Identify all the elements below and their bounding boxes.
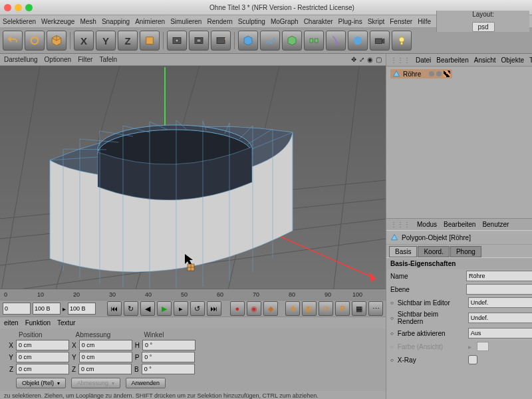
nurbs-icon[interactable]: [282, 31, 302, 51]
ang-h-field[interactable]: 0 °: [142, 340, 196, 350]
cube-icon[interactable]: [47, 31, 66, 51]
render-visibility-field[interactable]: Undef.: [468, 313, 532, 323]
render-region-icon[interactable]: [189, 31, 209, 51]
spline-icon[interactable]: [260, 31, 280, 51]
attr-tab[interactable]: Benutzer: [482, 221, 509, 228]
object-tree-item[interactable]: Röhre: [390, 69, 452, 78]
move-icon[interactable]: ✥: [285, 301, 300, 316]
scale-icon[interactable]: ◧: [302, 301, 317, 316]
rotate-icon[interactable]: ◉: [367, 56, 373, 63]
layout-select[interactable]: psd: [472, 22, 495, 32]
autokey-icon[interactable]: ◉: [247, 301, 261, 316]
tab-item[interactable]: Funktion: [25, 319, 51, 327]
object-tree[interactable]: Röhre: [386, 66, 532, 218]
rotate-icon[interactable]: ⟳: [319, 301, 333, 316]
apply-button[interactable]: Anwenden: [126, 378, 166, 388]
primitive-cube-icon[interactable]: [238, 31, 258, 51]
menu-item[interactable]: Charakter: [304, 18, 333, 25]
minimize-icon[interactable]: [15, 4, 22, 11]
maximize-icon[interactable]: ▢: [376, 56, 382, 63]
menu-item[interactable]: MoGraph: [271, 18, 299, 25]
subbar-item[interactable]: Optionen: [45, 56, 72, 63]
subbar-item[interactable]: Tafeln: [99, 56, 117, 63]
layer-field[interactable]: [466, 284, 532, 295]
menu-item[interactable]: Hilfe: [418, 18, 431, 25]
xray-checkbox[interactable]: [468, 355, 477, 364]
pos-y-field[interactable]: 0 cm: [16, 352, 69, 362]
goto-end-icon[interactable]: ⏭: [207, 301, 221, 316]
menu-item[interactable]: Snapping: [102, 18, 130, 25]
menu-item[interactable]: Mesh: [80, 18, 96, 25]
ang-p-field[interactable]: 0 °: [142, 352, 195, 362]
dim-z-field[interactable]: 0 cm: [78, 364, 132, 374]
timeline-ruler[interactable]: 0 10 20 30 40 50 60 70 80 90 100: [0, 289, 386, 300]
startframe-field[interactable]: [3, 303, 31, 315]
obj-menu-item[interactable]: Objekte: [501, 57, 524, 64]
camera-icon[interactable]: [370, 31, 390, 51]
pointlevel-icon[interactable]: ▦: [352, 301, 366, 316]
tab-item[interactable]: Textur: [57, 319, 75, 327]
visibility-dot-icon[interactable]: [429, 71, 434, 76]
ang-b-field[interactable]: 0 °: [142, 364, 195, 374]
axis-z-icon[interactable]: Z: [118, 31, 138, 51]
key-icon[interactable]: ◆: [263, 301, 278, 316]
light-icon[interactable]: [392, 31, 412, 51]
step-fwd-icon[interactable]: ▸: [174, 301, 188, 316]
render-settings-icon[interactable]: [211, 31, 231, 51]
menu-item[interactable]: Werkzeuge: [41, 18, 74, 25]
dim-y-field[interactable]: 0 cm: [79, 352, 132, 362]
render-icon[interactable]: [167, 31, 187, 51]
pos-z-field[interactable]: 0 cm: [16, 364, 69, 374]
tab-item[interactable]: eiten: [4, 319, 19, 327]
play-rev-icon[interactable]: ◀: [140, 301, 155, 316]
obj-menu-item[interactable]: Bearbeiten: [436, 57, 468, 64]
dim-x-field[interactable]: 0 cm: [79, 340, 132, 350]
menu-item[interactable]: Sculpting: [238, 18, 265, 25]
obj-menu-item[interactable]: Ansicht: [474, 57, 496, 64]
menu-item[interactable]: Plug-ins: [338, 18, 362, 25]
object-rel-button[interactable]: Objekt (Rel) ▾: [16, 378, 66, 388]
play-icon[interactable]: ▶: [157, 301, 172, 316]
axis-x-icon[interactable]: X: [74, 31, 94, 51]
attr-tab[interactable]: Modus: [417, 221, 437, 228]
prop-tab-koord[interactable]: Koord.: [418, 246, 449, 257]
viewport[interactable]: [0, 66, 386, 289]
menu-item[interactable]: Rendern: [207, 18, 232, 25]
dimension-button[interactable]: Abmessung ▾: [71, 378, 120, 388]
loop-icon[interactable]: ↻: [124, 301, 138, 316]
color-activate-field[interactable]: Aus: [468, 328, 532, 338]
obj-menu-item[interactable]: Tag: [529, 57, 532, 64]
axis-y-icon[interactable]: Y: [96, 31, 116, 51]
menu-item[interactable]: Fenster: [390, 18, 412, 25]
zoom-icon[interactable]: ⤢: [359, 56, 364, 63]
attr-tab[interactable]: Bearbeiten: [444, 221, 475, 228]
visibility-dot-icon[interactable]: [436, 71, 442, 76]
menu-item[interactable]: Skript: [368, 18, 385, 25]
chevron-right-icon[interactable]: ▸: [468, 343, 471, 350]
prop-tab-phong[interactable]: Phong: [450, 246, 481, 257]
curframe-field[interactable]: [68, 303, 96, 315]
pan-icon[interactable]: ✥: [351, 56, 356, 63]
menu-item[interactable]: Animieren: [135, 18, 165, 25]
world-icon[interactable]: [140, 31, 160, 51]
undo-icon[interactable]: [3, 31, 23, 51]
menu-item[interactable]: Simulieren: [170, 18, 201, 25]
misc-icon[interactable]: ⋯: [368, 301, 383, 316]
goto-start-icon[interactable]: ⏮: [107, 301, 122, 316]
subbar-item[interactable]: Filter: [78, 56, 92, 63]
midframe-field[interactable]: [33, 303, 61, 315]
subbar-item[interactable]: Darstellung: [4, 56, 38, 63]
color-swatch[interactable]: [477, 342, 489, 351]
phong-tag-icon[interactable]: [444, 70, 450, 77]
menu-item[interactable]: Selektieren: [3, 18, 36, 25]
redo-icon[interactable]: [25, 31, 45, 51]
deformer-icon[interactable]: [326, 31, 346, 51]
param-icon[interactable]: P: [335, 301, 350, 316]
pos-x-field[interactable]: 0 cm: [16, 340, 69, 350]
close-icon[interactable]: [4, 4, 11, 11]
obj-menu-item[interactable]: Datei: [416, 57, 431, 64]
name-field[interactable]: Röhre: [466, 271, 532, 281]
loop2-icon[interactable]: ↺: [190, 301, 205, 316]
prop-tab-basis[interactable]: Basis: [389, 246, 417, 257]
record-icon[interactable]: ●: [230, 301, 245, 316]
